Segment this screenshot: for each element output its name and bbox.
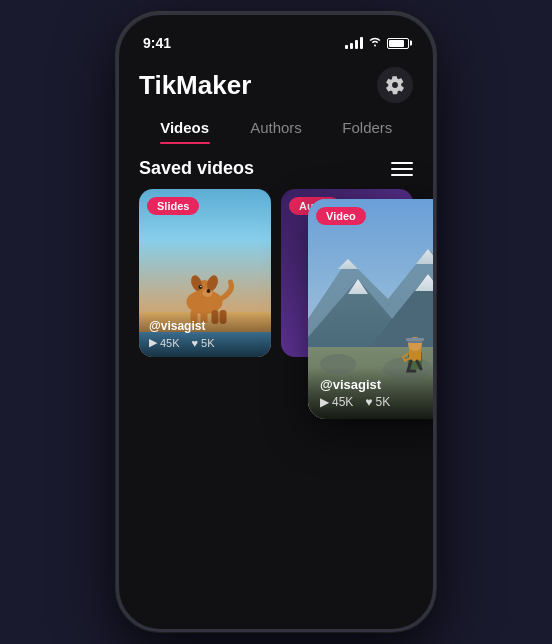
slides-plays: ▶ 45K <box>149 336 180 349</box>
wifi-icon <box>368 36 382 50</box>
floating-stats: ▶ 45K ♥ 5K <box>320 395 433 409</box>
slides-card-footer: @visagist ▶ 45K ♥ 5K <box>139 311 271 357</box>
floating-plays: ▶ 45K <box>320 395 353 409</box>
heart-icon: ♥ <box>192 337 199 349</box>
heart-icon: ♥ <box>365 395 372 409</box>
play-icon: ▶ <box>149 336 157 349</box>
svg-rect-27 <box>406 338 424 341</box>
phone-frame: 9:41 <box>116 12 436 632</box>
play-icon: ▶ <box>320 395 329 409</box>
phone-wrapper: 9:41 <box>116 12 436 632</box>
tab-folders[interactable]: Folders <box>322 111 413 144</box>
gear-icon <box>385 75 405 95</box>
screen: 9:41 <box>119 15 433 629</box>
floating-video-badge: Video <box>316 207 366 225</box>
status-icons <box>345 36 409 50</box>
section-header: Saved videos <box>119 144 433 189</box>
battery-icon <box>387 38 409 49</box>
menu-line-1 <box>391 162 413 164</box>
status-time: 9:41 <box>143 35 171 51</box>
slides-card[interactable]: Slides @visagist ▶ 45K ♥ 5K <box>139 189 271 357</box>
tab-authors[interactable]: Authors <box>230 111 321 144</box>
floating-video-card[interactable]: Video @visagist ▶ 45K ♥ 5K <box>308 199 433 419</box>
tabs: Videos Authors Folders <box>119 107 433 144</box>
floating-likes: ♥ 5K <box>365 395 390 409</box>
menu-button[interactable] <box>391 162 413 176</box>
tab-videos[interactable]: Videos <box>139 111 230 144</box>
menu-line-2 <box>391 168 413 170</box>
slides-stats: ▶ 45K ♥ 5K <box>149 336 261 349</box>
app-title: TikMaker <box>139 70 251 101</box>
floating-card-footer: @visagist ▶ 45K ♥ 5K <box>308 367 433 419</box>
menu-line-3 <box>391 174 413 176</box>
section-title: Saved videos <box>139 158 254 179</box>
floating-author: @visagist <box>320 377 433 392</box>
svg-point-7 <box>200 286 201 287</box>
signal-icon <box>345 37 363 49</box>
videos-grid: Slides @visagist ▶ 45K ♥ 5K <box>119 189 433 357</box>
settings-button[interactable] <box>377 67 413 103</box>
slides-author: @visagist <box>149 319 261 333</box>
notch <box>216 15 336 43</box>
slides-likes: ♥ 5K <box>192 336 215 349</box>
svg-point-6 <box>199 285 203 289</box>
header: TikMaker <box>119 59 433 107</box>
svg-point-5 <box>207 289 211 293</box>
slides-badge: Slides <box>147 197 199 215</box>
